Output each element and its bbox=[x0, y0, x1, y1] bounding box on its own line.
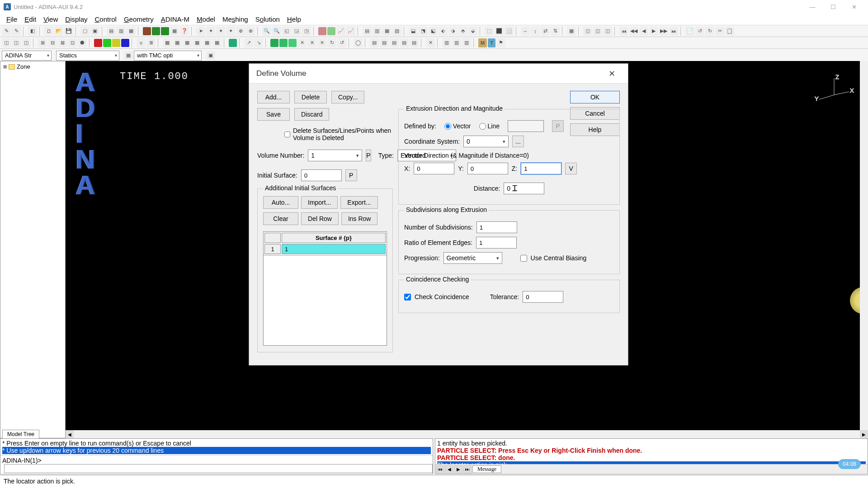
tool-icon[interactable]: ▤ bbox=[380, 38, 389, 47]
tool-icon[interactable]: ▥ bbox=[117, 27, 126, 36]
tool-icon[interactable]: ✂ bbox=[715, 27, 724, 36]
tool-icon[interactable]: ↻ bbox=[705, 27, 714, 36]
tool-icon[interactable]: ▥ bbox=[462, 38, 471, 47]
surface-cell[interactable]: 1 bbox=[282, 244, 386, 254]
scrollbar-h[interactable]: ◀ ▶ bbox=[66, 430, 868, 438]
clear-button[interactable]: Clear bbox=[263, 212, 298, 225]
tool-icon[interactable]: ✕ bbox=[317, 38, 326, 47]
tolerance-input[interactable] bbox=[523, 291, 563, 303]
zoom-in-icon[interactable]: 🔍 bbox=[262, 27, 271, 36]
dialog-titlebar[interactable]: Define Volume ✕ bbox=[249, 64, 628, 84]
tool-icon[interactable]: ↺ bbox=[695, 27, 704, 36]
menu-adina-m[interactable]: ADINA-M bbox=[157, 14, 193, 24]
tool-icon[interactable]: 📋 bbox=[725, 27, 734, 36]
tool-icon[interactable]: M bbox=[478, 38, 487, 47]
tool-icon[interactable]: ▦ bbox=[183, 38, 192, 47]
analysis-combo[interactable]: Statics bbox=[56, 51, 119, 61]
tool-icon[interactable]: ↻ bbox=[327, 38, 336, 47]
prev-icon[interactable]: ◀◀ bbox=[629, 27, 638, 36]
next-icon[interactable]: ▶▶ bbox=[659, 27, 668, 36]
tool-icon[interactable]: ◫ bbox=[583, 27, 592, 36]
tool-icon[interactable]: ▦ bbox=[567, 27, 576, 36]
open-icon[interactable]: 📂 bbox=[54, 27, 63, 36]
minimize-button[interactable]: — bbox=[802, 0, 823, 14]
next-icon[interactable]: ▶ bbox=[454, 465, 462, 474]
tool-icon[interactable]: ⬔ bbox=[419, 27, 428, 36]
first-icon[interactable]: ⏮ bbox=[436, 465, 444, 474]
prev-icon[interactable]: ◀ bbox=[445, 465, 453, 474]
volume-number-select[interactable]: 1 bbox=[308, 150, 362, 161]
command-input[interactable] bbox=[4, 464, 433, 473]
tool-icon[interactable]: ≡ bbox=[137, 38, 146, 47]
delete-button[interactable]: Delete bbox=[294, 91, 327, 103]
opt-combo[interactable]: with TMC opti bbox=[134, 51, 202, 61]
first-icon[interactable]: ⏮ bbox=[619, 27, 628, 36]
tool-icon[interactable]: ⇅ bbox=[551, 27, 560, 36]
module-combo[interactable]: ADINA Str bbox=[2, 51, 52, 61]
x-input[interactable] bbox=[414, 163, 454, 174]
tool-icon[interactable]: ▤ bbox=[410, 38, 419, 47]
del-row-button[interactable]: Del Row bbox=[301, 212, 339, 225]
tab-message[interactable]: Message bbox=[472, 465, 501, 473]
menu-view[interactable]: View bbox=[40, 14, 61, 24]
scroll-right-icon[interactable]: ▶ bbox=[860, 430, 868, 438]
tool-icon[interactable] bbox=[121, 39, 129, 47]
tool-icon[interactable]: ▥ bbox=[442, 38, 451, 47]
dots-button[interactable]: ... bbox=[512, 136, 524, 147]
tool-icon[interactable] bbox=[270, 39, 278, 47]
tool-icon[interactable]: ⬢ bbox=[78, 38, 87, 47]
menu-control[interactable]: Control bbox=[91, 14, 120, 24]
tool-icon[interactable]: ▣ bbox=[206, 51, 215, 60]
fwd-icon[interactable]: ▶ bbox=[649, 27, 658, 36]
tool-icon[interactable]: ▤ bbox=[363, 27, 372, 36]
central-biasing-checkbox[interactable] bbox=[520, 255, 527, 262]
tool-icon[interactable]: ⬓ bbox=[409, 27, 418, 36]
line-radio[interactable] bbox=[479, 123, 486, 130]
tool-icon[interactable]: ▦ bbox=[127, 27, 136, 36]
maximize-button[interactable]: ☐ bbox=[823, 0, 844, 14]
tool-icon[interactable]: ⬜ bbox=[505, 27, 514, 36]
menu-model[interactable]: Model bbox=[193, 14, 219, 24]
tool-icon[interactable]: ✦ bbox=[226, 27, 235, 36]
tool-icon[interactable] bbox=[288, 39, 297, 47]
tool-icon[interactable]: ✕ bbox=[426, 38, 435, 47]
tool-icon[interactable]: T bbox=[488, 38, 495, 47]
last-icon[interactable]: ⏭ bbox=[463, 465, 472, 474]
tool-icon[interactable]: ⬛ bbox=[495, 27, 504, 36]
tool-icon[interactable]: ⊟ bbox=[48, 38, 57, 47]
scroll-left-icon[interactable]: ◀ bbox=[66, 430, 74, 438]
tool-icon[interactable]: ↘ bbox=[254, 38, 263, 47]
progression-select[interactable]: Geometric bbox=[443, 252, 502, 264]
tool-icon[interactable]: ◫ bbox=[603, 27, 612, 36]
tool-icon[interactable]: ✎ bbox=[12, 27, 21, 36]
tool-icon[interactable] bbox=[279, 39, 288, 47]
new-icon[interactable]: 🗋 bbox=[44, 27, 53, 36]
surfaces-table[interactable]: Surface # {p} 1 1 bbox=[263, 231, 387, 255]
tool-icon[interactable]: ⊠ bbox=[58, 38, 67, 47]
tool-icon[interactable]: ✎ bbox=[2, 27, 11, 36]
tool-icon[interactable]: ↕ bbox=[531, 27, 540, 36]
tool-icon[interactable]: ▤ bbox=[370, 38, 379, 47]
tool-icon[interactable] bbox=[112, 39, 120, 47]
tool-icon[interactable] bbox=[143, 27, 151, 35]
menu-file[interactable]: File bbox=[3, 14, 21, 24]
p-button[interactable]: P bbox=[366, 150, 371, 161]
tool-icon[interactable]: ▤ bbox=[390, 38, 399, 47]
ins-row-button[interactable]: Ins Row bbox=[341, 212, 378, 225]
p-button-2[interactable]: P bbox=[345, 169, 357, 181]
tool-icon[interactable] bbox=[327, 27, 335, 35]
z-input[interactable] bbox=[521, 163, 561, 174]
save-icon[interactable]: 💾 bbox=[64, 27, 73, 36]
tool-icon[interactable]: ◫ bbox=[12, 38, 21, 47]
tool-icon[interactable]: ⊕ bbox=[236, 27, 245, 36]
vector-radio[interactable] bbox=[444, 123, 451, 130]
zoom-out-icon[interactable]: 🔍 bbox=[272, 27, 281, 36]
tool-icon[interactable]: ◫ bbox=[2, 38, 11, 47]
num-subdivisions-input[interactable] bbox=[476, 221, 517, 233]
v-button[interactable]: V bbox=[565, 163, 577, 174]
copy-button[interactable]: Copy... bbox=[331, 91, 364, 103]
tool-icon[interactable]: ◯ bbox=[354, 38, 363, 47]
ratio-input[interactable] bbox=[476, 237, 517, 249]
tool-icon[interactable]: ≣ bbox=[146, 38, 156, 47]
tool-icon[interactable]: ↗ bbox=[244, 38, 253, 47]
